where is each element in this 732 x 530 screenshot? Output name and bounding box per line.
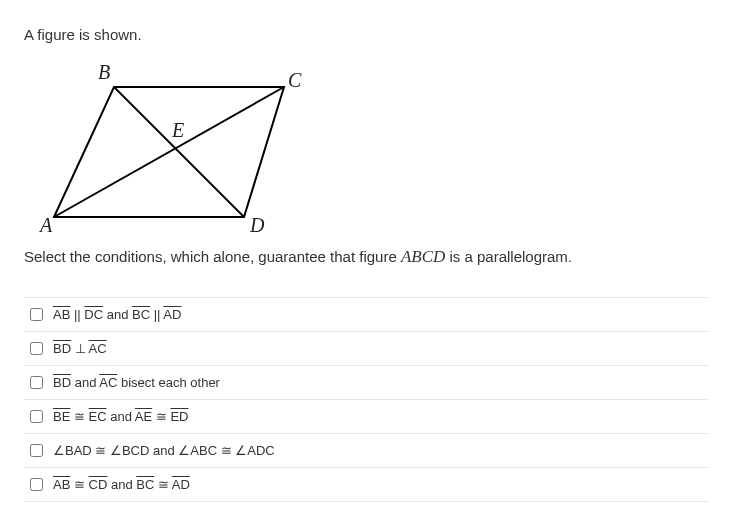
prompt-text: Select the conditions, which alone, guar… (24, 247, 708, 267)
label-e: E (171, 119, 184, 141)
intro-text: A figure is shown. (24, 26, 708, 43)
label-d: D (249, 214, 265, 236)
option-checkbox[interactable] (30, 342, 43, 355)
option-label: BD ⊥ AC (53, 341, 107, 356)
option-label: ∠BAD ≅ ∠BCD and ∠ABC ≅ ∠ADC (53, 443, 275, 458)
option-label: AB || DC and BC || AD (53, 307, 181, 322)
svg-line-2 (114, 87, 244, 217)
label-c: C (288, 69, 302, 91)
prompt-abcd: ABCD (401, 247, 445, 266)
option-checkbox[interactable] (30, 308, 43, 321)
option-row[interactable]: AB ≅ CD and BC ≅ AD (24, 468, 708, 502)
option-label: BD and AC bisect each other (53, 375, 220, 390)
option-row[interactable]: BD ⊥ AC (24, 332, 708, 366)
option-row[interactable]: BE ≅ EC and AE ≅ ED (24, 400, 708, 434)
parallelogram-svg: A B C D E (34, 57, 304, 237)
option-checkbox[interactable] (30, 478, 43, 491)
prompt-post: is a parallelogram. (445, 248, 572, 265)
figure: A B C D E (34, 57, 708, 237)
option-row[interactable]: BD and AC bisect each other (24, 366, 708, 400)
options-list: AB || DC and BC || ADBD ⊥ ACBD and AC bi… (24, 297, 708, 502)
option-checkbox[interactable] (30, 444, 43, 457)
option-row[interactable]: AB || DC and BC || AD (24, 298, 708, 332)
label-a: A (38, 214, 53, 236)
option-label: AB ≅ CD and BC ≅ AD (53, 477, 190, 492)
option-checkbox[interactable] (30, 376, 43, 389)
option-checkbox[interactable] (30, 410, 43, 423)
option-label: BE ≅ EC and AE ≅ ED (53, 409, 188, 424)
label-b: B (98, 61, 110, 83)
prompt-pre: Select the conditions, which alone, guar… (24, 248, 401, 265)
option-row[interactable]: ∠BAD ≅ ∠BCD and ∠ABC ≅ ∠ADC (24, 434, 708, 468)
